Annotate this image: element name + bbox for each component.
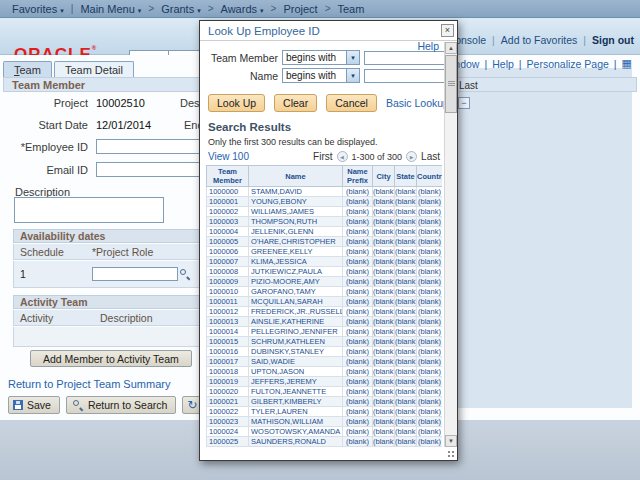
- result-blank-cell[interactable]: (blank): [395, 257, 417, 267]
- result-blank-cell[interactable]: (blank): [417, 377, 443, 387]
- result-row[interactable]: 1000005O'HARE,CHRISTOPHER(blank)(blank)(…: [207, 237, 443, 247]
- result-blank-cell[interactable]: (blank): [373, 317, 395, 327]
- result-blank-cell[interactable]: (blank): [417, 207, 443, 217]
- team-member-operator-select[interactable]: begins with ▾: [282, 50, 360, 65]
- result-blank-cell[interactable]: (blank): [417, 237, 443, 247]
- result-blank-cell[interactable]: (blank): [343, 407, 373, 417]
- result-blank-cell[interactable]: (blank): [417, 257, 443, 267]
- result-id-cell[interactable]: 1000014: [207, 327, 249, 337]
- result-blank-cell[interactable]: (blank): [343, 327, 373, 337]
- result-blank-cell[interactable]: (blank): [417, 337, 443, 347]
- result-blank-cell[interactable]: (blank): [417, 397, 443, 407]
- help-link[interactable]: Help: [417, 42, 439, 52]
- result-blank-cell[interactable]: (blank): [417, 187, 443, 197]
- result-blank-cell[interactable]: (blank): [417, 197, 443, 207]
- project-role-lookup-icon[interactable]: [180, 269, 191, 280]
- result-name-cell[interactable]: SAUNDERS,RONALD: [249, 437, 343, 447]
- result-blank-cell[interactable]: (blank): [343, 337, 373, 347]
- scroll-down-icon[interactable]: ▼: [445, 435, 457, 447]
- team-member-input[interactable]: [364, 51, 456, 65]
- result-name-cell[interactable]: WOSOTOWSKY,AMANDA: [249, 427, 343, 437]
- result-id-cell[interactable]: 1000013: [207, 317, 249, 327]
- result-row[interactable]: 1000012FREDERICK,JR.,RUSSELL(blank)(blan…: [207, 307, 443, 317]
- result-row[interactable]: 1000023MATHISON,WILLIAM(blank)(blank)(bl…: [207, 417, 443, 427]
- result-blank-cell[interactable]: (blank): [343, 397, 373, 407]
- result-blank-cell[interactable]: (blank): [343, 387, 373, 397]
- result-id-cell[interactable]: 1000021: [207, 397, 249, 407]
- result-blank-cell[interactable]: (blank): [395, 237, 417, 247]
- result-id-cell[interactable]: 1000000: [207, 187, 249, 197]
- scroll-last-label[interactable]: Last: [459, 80, 478, 91]
- result-blank-cell[interactable]: (blank): [395, 307, 417, 317]
- first-page-label[interactable]: First: [313, 151, 332, 162]
- result-blank-cell[interactable]: (blank): [373, 427, 395, 437]
- result-blank-cell[interactable]: (blank): [395, 197, 417, 207]
- result-blank-cell[interactable]: (blank): [373, 367, 395, 377]
- result-row[interactable]: 1000008JUTKIEWICZ,PAULA(blank)(blank)(bl…: [207, 267, 443, 277]
- result-blank-cell[interactable]: (blank): [395, 337, 417, 347]
- result-blank-cell[interactable]: (blank): [373, 187, 395, 197]
- result-blank-cell[interactable]: (blank): [417, 297, 443, 307]
- breadcrumb-item-awards[interactable]: Awards▾: [221, 3, 264, 15]
- result-row[interactable]: 1000014PELLEGRINO,JENNIFER(blank)(blank)…: [207, 327, 443, 337]
- result-id-cell[interactable]: 1000001: [207, 197, 249, 207]
- result-name-cell[interactable]: JUTKIEWICZ,PAULA: [249, 267, 343, 277]
- return-to-project-team-summary-link[interactable]: Return to Project Team Summary: [8, 378, 170, 390]
- breadcrumb-item-favorites[interactable]: Favorites▾: [12, 3, 64, 15]
- result-blank-cell[interactable]: (blank): [395, 207, 417, 217]
- result-row[interactable]: 1000011MCQUILLAN,SARAH(blank)(blank)(bla…: [207, 297, 443, 307]
- result-name-cell[interactable]: SAID,WADIE: [249, 357, 343, 367]
- result-blank-cell[interactable]: (blank): [373, 347, 395, 357]
- result-blank-cell[interactable]: (blank): [343, 237, 373, 247]
- result-blank-cell[interactable]: (blank): [373, 397, 395, 407]
- result-name-cell[interactable]: KLIMA,JESSICA: [249, 257, 343, 267]
- grid-icon[interactable]: ▦: [622, 57, 632, 70]
- result-blank-cell[interactable]: (blank): [343, 197, 373, 207]
- result-id-cell[interactable]: 1000016: [207, 347, 249, 357]
- close-icon[interactable]: ×: [441, 24, 454, 37]
- result-blank-cell[interactable]: (blank): [373, 207, 395, 217]
- employee-id-field[interactable]: [96, 139, 204, 154]
- result-id-cell[interactable]: 1000011: [207, 297, 249, 307]
- breadcrumb-item-team[interactable]: Team: [337, 3, 364, 15]
- result-id-cell[interactable]: 1000023: [207, 417, 249, 427]
- result-name-cell[interactable]: STAMM,DAVID: [249, 187, 343, 197]
- result-id-cell[interactable]: 1000024: [207, 427, 249, 437]
- result-id-cell[interactable]: 1000022: [207, 407, 249, 417]
- result-blank-cell[interactable]: (blank): [373, 387, 395, 397]
- result-blank-cell[interactable]: (blank): [343, 417, 373, 427]
- result-blank-cell[interactable]: (blank): [417, 247, 443, 257]
- result-blank-cell[interactable]: (blank): [373, 277, 395, 287]
- result-id-cell[interactable]: 1000003: [207, 217, 249, 227]
- result-blank-cell[interactable]: (blank): [343, 257, 373, 267]
- result-blank-cell[interactable]: (blank): [395, 387, 417, 397]
- result-blank-cell[interactable]: (blank): [395, 327, 417, 337]
- result-blank-cell[interactable]: (blank): [417, 317, 443, 327]
- result-blank-cell[interactable]: (blank): [417, 387, 443, 397]
- sign-out-link[interactable]: Sign out: [592, 34, 634, 46]
- result-name-cell[interactable]: FREDERICK,JR.,RUSSELL: [249, 307, 343, 317]
- result-row[interactable]: 1000018UPTON,JASON(blank)(blank)(blank)(…: [207, 367, 443, 377]
- result-name-cell[interactable]: GREENEE,KELLY: [249, 247, 343, 257]
- result-name-cell[interactable]: AINSLIE,KATHERINE: [249, 317, 343, 327]
- result-blank-cell[interactable]: (blank): [343, 207, 373, 217]
- result-blank-cell[interactable]: (blank): [395, 317, 417, 327]
- result-row[interactable]: 1000002WILLIAMS,JAMES(blank)(blank)(blan…: [207, 207, 443, 217]
- next-page-icon[interactable]: ▶: [406, 151, 417, 162]
- result-blank-cell[interactable]: (blank): [373, 267, 395, 277]
- scrollbar-thumb[interactable]: [445, 55, 457, 113]
- result-row[interactable]: 1000010GAROFANO,TAMY(blank)(blank)(blank…: [207, 287, 443, 297]
- result-id-cell[interactable]: 1000020: [207, 387, 249, 397]
- scroll-up-icon[interactable]: ▲: [445, 42, 457, 54]
- result-blank-cell[interactable]: (blank): [343, 187, 373, 197]
- result-blank-cell[interactable]: (blank): [343, 267, 373, 277]
- name-operator-select[interactable]: begins with ▾: [282, 68, 360, 83]
- result-blank-cell[interactable]: (blank): [417, 307, 443, 317]
- result-id-cell[interactable]: 1000010: [207, 287, 249, 297]
- result-blank-cell[interactable]: (blank): [395, 397, 417, 407]
- result-row[interactable]: 1000001YOUNG,EBONY(blank)(blank)(blank)(…: [207, 197, 443, 207]
- result-blank-cell[interactable]: (blank): [373, 407, 395, 417]
- result-id-cell[interactable]: 1000017: [207, 357, 249, 367]
- result-blank-cell[interactable]: (blank): [343, 317, 373, 327]
- result-blank-cell[interactable]: (blank): [417, 227, 443, 237]
